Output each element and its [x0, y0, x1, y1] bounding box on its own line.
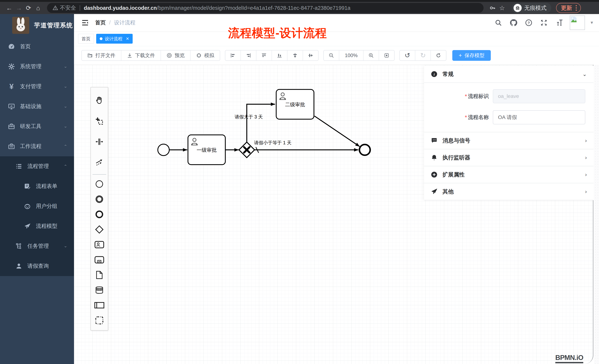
process-name-input[interactable] — [493, 110, 585, 124]
browser-update-button[interactable]: 更新 — [556, 3, 581, 13]
save-model-button[interactable]: + 保存模型 — [452, 50, 491, 61]
url-host: dashboard.yudao.iocoder.cn — [84, 5, 157, 11]
align-bottom-button[interactable] — [272, 51, 288, 60]
redo-button[interactable]: ↻ — [415, 51, 431, 60]
search-icon[interactable] — [494, 18, 503, 27]
user-task-level2[interactable]: 二级审批 — [276, 89, 314, 119]
sidebar-item-process-form[interactable]: 流程表单 — [0, 176, 74, 196]
chevron-up-icon: ⌃ — [64, 144, 67, 148]
panel-section-extended-attrs[interactable]: 扩展属性 › — [424, 166, 593, 183]
simulate-button[interactable]: 模拟 — [191, 51, 220, 60]
toolbox-icon — [8, 123, 15, 130]
person-icon — [15, 262, 23, 270]
chevron-down-icon: ⌄ — [64, 124, 67, 128]
sidebar-item-home[interactable]: 首页 — [0, 37, 74, 57]
bookmark-star-icon[interactable]: ☆ — [497, 3, 507, 13]
browser-reload-button[interactable]: ⟳ — [24, 3, 33, 13]
panel-section-general[interactable]: i 常规 ⌄ — [424, 66, 593, 82]
restart-button[interactable] — [431, 51, 446, 60]
app-title: 芋道管理系统 — [34, 21, 73, 30]
panel-section-execution-listener[interactable]: 执行监听器 › — [424, 149, 593, 166]
sidebar-item-payment[interactable]: ¥ 支付管理 ⌄ — [0, 76, 74, 96]
tag-home[interactable]: 首页 — [78, 34, 94, 44]
app-logo-row[interactable]: 芋道管理系统 — [0, 14, 74, 37]
tag-label: 首页 — [82, 36, 90, 42]
list-tree-icon — [15, 163, 23, 170]
url-path: /bpm/manager/model/design?modelId=e4a1a1… — [157, 5, 351, 11]
preview-button[interactable]: 预览 — [161, 51, 191, 60]
password-key-icon[interactable] — [488, 3, 497, 13]
sidebar-item-process-mgmt[interactable]: 流程管理 ⌃ — [0, 156, 74, 176]
zoom-out-button[interactable] — [324, 51, 339, 60]
tag-design-process[interactable]: 设计流程 ✕ — [96, 34, 133, 44]
chevron-down-icon: ⌄ — [64, 65, 67, 68]
undo-button[interactable]: ↺ — [400, 51, 415, 60]
redo-icon: ↻ — [420, 51, 426, 59]
panel-section-other[interactable]: 其他 › — [424, 183, 593, 200]
sidebar: 芋道管理系统 首页 系统管理 ⌄ ¥ 支付管理 ⌄ 基础设施 ⌄ 研发工具 ⌄ — [0, 14, 74, 364]
sidebar-item-label: 研发工具 — [20, 123, 64, 130]
sidebar-item-devtools[interactable]: 研发工具 ⌄ — [0, 116, 74, 136]
flow-task2-to-end[interactable] — [315, 116, 360, 146]
zoom-in-button[interactable] — [363, 51, 379, 60]
start-event[interactable] — [158, 144, 169, 156]
undo-icon: ↺ — [405, 51, 410, 59]
browser-home-button[interactable]: ⌂ — [33, 3, 43, 13]
flow-label-gt3: 请假大于 3 天 — [235, 114, 263, 119]
sidebar-item-infra[interactable]: 基础设施 ⌄ — [0, 96, 74, 116]
update-label: 更新 — [561, 4, 572, 12]
align-top-button[interactable] — [256, 51, 272, 60]
required-asterisk: * — [465, 93, 467, 99]
send-icon — [431, 188, 438, 195]
align-middle-button[interactable] — [288, 51, 303, 60]
sidebar-item-system[interactable]: 系统管理 ⌄ — [0, 57, 74, 76]
section-title: 消息与信号 — [442, 137, 580, 144]
sidebar-item-label: 流程管理 — [27, 163, 64, 170]
yen-icon: ¥ — [8, 83, 15, 90]
sidebar-item-task-mgmt[interactable]: 任务管理 ⌄ — [0, 236, 74, 256]
help-icon[interactable]: ? — [524, 18, 533, 27]
exclusive-gateway[interactable] — [239, 142, 255, 158]
sidebar-item-label: 任务管理 — [27, 242, 64, 250]
align-left-button[interactable] — [225, 51, 241, 60]
sidebar-item-leave-query[interactable]: 请假查询 — [0, 256, 74, 276]
url-bar[interactable]: 不安全 dashboard.yudao.iocoder.cn /bpm/mana… — [47, 3, 484, 13]
chevron-up-icon: ⌃ — [64, 164, 67, 168]
github-icon[interactable] — [509, 18, 518, 27]
download-file-button[interactable]: 下载文件 — [121, 51, 161, 60]
section-title: 其他 — [442, 188, 580, 195]
user-task-level1[interactable]: 一级审批 — [188, 135, 225, 165]
font-size-icon[interactable] — [555, 18, 564, 27]
app-logo — [12, 17, 29, 34]
open-file-button[interactable]: 打开文件 — [82, 51, 121, 60]
bpmn-io-watermark[interactable]: BPMN.iO — [555, 354, 583, 363]
zoom-reset-button[interactable] — [379, 51, 394, 60]
zoom-level[interactable]: 100% — [339, 51, 363, 60]
browser-back-button[interactable]: ← — [4, 3, 14, 13]
svg-text:?: ? — [528, 21, 530, 25]
flow-gateway-to-task2[interactable] — [247, 104, 275, 142]
browser-forward-button[interactable]: → — [14, 3, 24, 13]
align-center-button[interactable] — [303, 51, 318, 60]
sidebar-item-process-model[interactable]: 流程模型 — [0, 216, 74, 236]
fullscreen-icon[interactable] — [539, 18, 548, 27]
align-right-button[interactable] — [241, 51, 256, 60]
sidebar-item-workflow[interactable]: 工作流程 ⌃ — [0, 136, 74, 156]
breadcrumb: 首页 / 设计流程 — [95, 19, 135, 26]
avatar[interactable] — [570, 16, 585, 30]
avatar-caret-icon[interactable]: ▼ — [590, 20, 594, 25]
end-event[interactable] — [360, 144, 370, 155]
sidebar-item-user-group[interactable]: 用户分组 — [0, 196, 74, 216]
bpmn-canvas[interactable]: 一级审批 二级审批 请假大于 3 天 请假小于等于 1 天 — [74, 65, 593, 364]
panel-section-message-signal[interactable]: 消息与信号 › — [424, 132, 593, 149]
download-icon — [127, 53, 132, 58]
incognito-label: 无痕模式 — [524, 4, 546, 12]
plus-circle-icon — [431, 171, 438, 178]
breadcrumb-home[interactable]: 首页 — [95, 19, 106, 26]
sidebar-collapse-icon[interactable] — [80, 17, 90, 28]
preview-label: 预览 — [175, 52, 185, 59]
browser-menu-icon[interactable] — [576, 5, 577, 11]
main-area: 首页 / 设计流程 ? ▼ — [74, 14, 599, 364]
sidebar-item-label: 支付管理 — [20, 83, 64, 90]
close-icon[interactable]: ✕ — [126, 36, 129, 41]
